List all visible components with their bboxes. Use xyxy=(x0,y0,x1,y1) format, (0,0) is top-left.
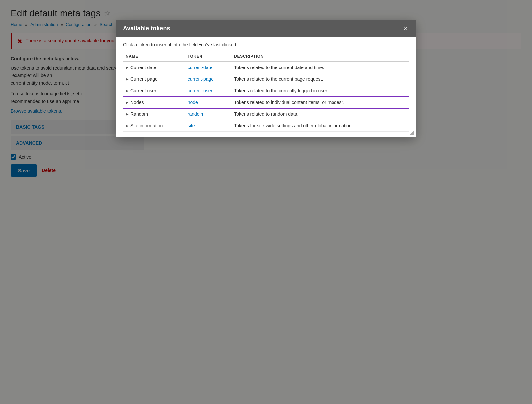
token-value-cell[interactable]: site xyxy=(185,120,232,132)
token-name-cell: ▶Random xyxy=(123,108,185,120)
token-link[interactable]: current-user xyxy=(188,88,212,93)
token-name: Current date xyxy=(130,65,156,70)
token-link[interactable]: random xyxy=(188,111,203,117)
token-row[interactable]: ▶Current datecurrent-dateTokens related … xyxy=(123,62,409,73)
token-description-cell: Tokens for site-wide settings and other … xyxy=(231,120,409,132)
token-description-cell: Tokens related to random data. xyxy=(231,108,409,120)
token-row[interactable]: ▶Site informationsiteTokens for site-wid… xyxy=(123,120,409,132)
resize-handle[interactable]: ◢ xyxy=(410,129,414,136)
modal-body: Click a token to insert it into the fiel… xyxy=(116,37,416,137)
token-name: Random xyxy=(130,111,148,117)
token-name: Current user xyxy=(130,88,156,93)
token-link[interactable]: current-page xyxy=(188,76,214,82)
token-description-cell: Tokens related to individual content ite… xyxy=(231,97,409,108)
modal-title: Available tokens xyxy=(123,25,170,32)
token-name-cell: ▶Current date xyxy=(123,62,185,73)
modal-overlay[interactable]: Available tokens × Click a token to inse… xyxy=(0,0,532,185)
token-link[interactable]: node xyxy=(188,100,198,105)
row-expand-icon: ▶ xyxy=(126,124,128,128)
token-value-cell[interactable]: current-page xyxy=(185,73,232,85)
token-name-cell: ▶Current page xyxy=(123,73,185,85)
token-description-cell: Tokens related to the currently logged i… xyxy=(231,85,409,97)
modal-header: Available tokens × xyxy=(116,20,416,37)
token-description-cell: Tokens related to the current date and t… xyxy=(231,62,409,73)
modal-close-button[interactable]: × xyxy=(402,25,409,32)
token-description-cell: Tokens related to the current page reque… xyxy=(231,73,409,85)
modal-instruction: Click a token to insert it into the fiel… xyxy=(123,42,409,47)
token-value-cell[interactable]: current-user xyxy=(185,85,232,97)
token-link[interactable]: current-date xyxy=(188,65,212,70)
token-value-cell[interactable]: node xyxy=(185,97,232,108)
token-name-cell: ▶Nodes xyxy=(123,97,185,108)
token-name: Site information xyxy=(130,123,163,128)
token-row[interactable]: ▶RandomrandomTokens related to random da… xyxy=(123,108,409,120)
col-name: NAME xyxy=(123,51,185,62)
token-value-cell[interactable]: current-date xyxy=(185,62,232,73)
available-tokens-modal: Available tokens × Click a token to inse… xyxy=(116,20,416,137)
token-name-cell: ▶Site information xyxy=(123,120,185,131)
token-row[interactable]: ▶Current usercurrent-userTokens related … xyxy=(123,85,409,97)
row-expand-icon: ▶ xyxy=(126,100,128,105)
row-expand-icon: ▶ xyxy=(126,77,128,81)
tokens-table: NAME TOKEN DESCRIPTION ▶Current datecurr… xyxy=(123,51,409,132)
token-value-cell[interactable]: random xyxy=(185,108,232,120)
col-description: DESCRIPTION xyxy=(231,51,409,62)
row-expand-icon: ▶ xyxy=(126,89,128,93)
token-row[interactable]: ▶Current pagecurrent-pageTokens related … xyxy=(123,73,409,85)
token-name: Current page xyxy=(130,76,158,82)
row-expand-icon: ▶ xyxy=(126,66,128,70)
token-row[interactable]: ▶NodesnodeTokens related to individual c… xyxy=(123,97,409,108)
tokens-table-header-row: NAME TOKEN DESCRIPTION xyxy=(123,51,409,62)
row-expand-icon: ▶ xyxy=(126,112,128,116)
token-name-cell: ▶Current user xyxy=(123,85,185,96)
token-link[interactable]: site xyxy=(188,123,195,128)
token-name: Nodes xyxy=(130,100,144,105)
col-token: TOKEN xyxy=(185,51,232,62)
